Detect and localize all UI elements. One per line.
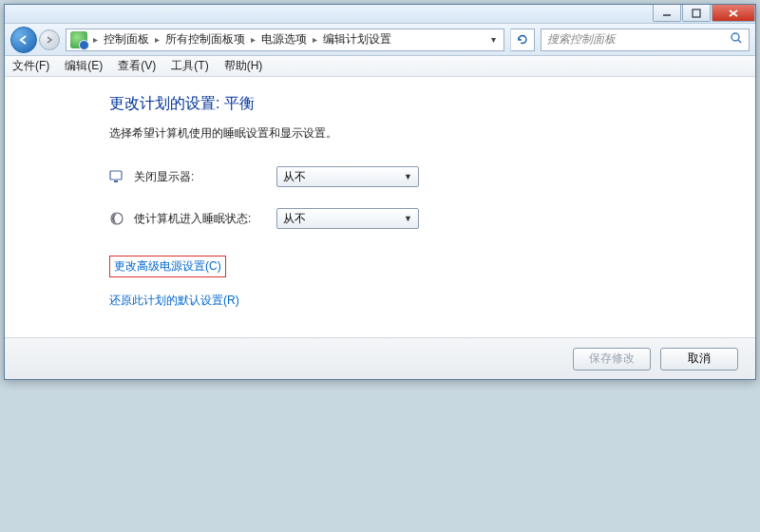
address-bar[interactable]: ▸ 控制面板 ▸ 所有控制面板项 ▸ 电源选项 ▸ 编辑计划设置 ▾ <box>66 28 504 51</box>
maximize-button[interactable] <box>682 5 711 22</box>
dropdown-value: 从不 <box>283 211 306 227</box>
breadcrumb-item[interactable]: 电源选项 <box>261 31 307 48</box>
address-dropdown-icon[interactable]: ▾ <box>487 34 500 45</box>
footer: 保存修改 取消 <box>5 337 755 379</box>
dropdown-value: 从不 <box>283 169 306 185</box>
chevron-down-icon: ▼ <box>404 214 412 223</box>
restore-defaults-link[interactable]: 还原此计划的默认设置(R) <box>109 293 239 309</box>
search-input[interactable]: 搜索控制面板 <box>541 28 750 51</box>
minimize-button[interactable] <box>653 5 681 22</box>
svg-rect-7 <box>114 180 118 182</box>
links-block: 更改高级电源设置(C) 还原此计划的默认设置(R) <box>109 256 717 322</box>
chevron-right-icon: ▸ <box>91 34 100 45</box>
chevron-right-icon: ▸ <box>311 34 319 45</box>
page-title: 更改计划的设置: 平衡 <box>109 94 717 114</box>
nav-forward-button[interactable] <box>39 29 60 50</box>
moon-icon <box>109 211 124 226</box>
svg-rect-6 <box>110 171 122 180</box>
cancel-button[interactable]: 取消 <box>660 348 738 370</box>
search-icon <box>730 31 743 48</box>
address-row: ▸ 控制面板 ▸ 所有控制面板项 ▸ 电源选项 ▸ 编辑计划设置 ▾ 搜索控制面… <box>5 24 755 56</box>
menu-file[interactable]: 文件(F) <box>12 58 49 74</box>
breadcrumb-item[interactable]: 编辑计划设置 <box>323 31 391 48</box>
search-placeholder: 搜索控制面板 <box>547 31 616 48</box>
setting-display-off: 关闭显示器: 从不 ▼ <box>109 166 717 187</box>
display-off-dropdown[interactable]: 从不 ▼ <box>276 166 419 187</box>
breadcrumb-item[interactable]: 控制面板 <box>104 31 149 48</box>
sleep-dropdown[interactable]: 从不 ▼ <box>276 208 419 229</box>
page-description: 选择希望计算机使用的睡眠设置和显示设置。 <box>109 125 717 142</box>
breadcrumb-item[interactable]: 所有控制面板项 <box>165 31 245 48</box>
svg-line-5 <box>738 40 741 43</box>
menu-tools[interactable]: 工具(T) <box>171 58 208 74</box>
chevron-right-icon: ▸ <box>153 34 162 45</box>
monitor-icon <box>109 169 124 184</box>
setting-label: 使计算机进入睡眠状态: <box>134 211 267 227</box>
chevron-down-icon: ▼ <box>404 172 412 181</box>
chevron-right-icon: ▸ <box>249 34 257 45</box>
titlebar <box>5 5 755 24</box>
setting-sleep: 使计算机进入睡眠状态: 从不 ▼ <box>109 208 717 229</box>
svg-rect-1 <box>693 10 700 17</box>
menu-edit[interactable]: 编辑(E) <box>65 58 103 74</box>
setting-label: 关闭显示器: <box>134 169 267 185</box>
explorer-window: ▸ 控制面板 ▸ 所有控制面板项 ▸ 电源选项 ▸ 编辑计划设置 ▾ 搜索控制面… <box>4 4 756 380</box>
menu-help[interactable]: 帮助(H) <box>224 58 263 74</box>
menu-view[interactable]: 查看(V) <box>118 58 156 74</box>
control-panel-icon <box>70 31 87 48</box>
content-pane: 更改计划的设置: 平衡 选择希望计算机使用的睡眠设置和显示设置。 关闭显示器: … <box>5 77 755 337</box>
svg-point-4 <box>732 33 739 41</box>
advanced-power-link[interactable]: 更改高级电源设置(C) <box>109 256 226 277</box>
nav-back-button[interactable] <box>10 27 37 53</box>
close-button[interactable] <box>712 5 755 22</box>
save-button[interactable]: 保存修改 <box>573 348 651 370</box>
menu-bar: 文件(F) 编辑(E) 查看(V) 工具(T) 帮助(H) <box>5 56 755 77</box>
refresh-button[interactable] <box>510 28 535 51</box>
